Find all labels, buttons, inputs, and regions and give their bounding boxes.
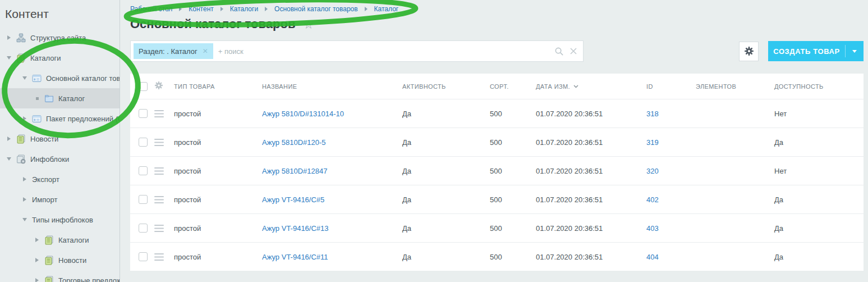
sidebar-item-main-catalog[interactable]: Основной каталог това xyxy=(0,68,120,88)
column-header-availability[interactable]: ДОСТУПНОСТЬ xyxy=(774,83,864,90)
cell-id-link[interactable]: 319 xyxy=(646,138,696,147)
columns-settings-button[interactable] xyxy=(154,81,174,92)
row-checkbox[interactable] xyxy=(139,109,148,118)
cell-name-link[interactable]: Ажур 5810/D#131014-10 xyxy=(262,110,402,118)
cell-name-link[interactable]: Ажур VT-9416/C#5 xyxy=(262,195,402,204)
sidebar-item-news[interactable]: Новости xyxy=(0,129,120,149)
sidebar-item-label: Каталоги xyxy=(58,236,89,244)
cell-id-link[interactable]: 402 xyxy=(646,195,696,204)
row-checkbox[interactable] xyxy=(139,166,148,175)
settings-button[interactable] xyxy=(739,42,759,61)
cell-name-link[interactable]: Ажур 5810D#120-5 xyxy=(262,138,402,147)
breadcrumb-link-desktop[interactable]: Рабочий стол xyxy=(130,5,172,13)
sidebar-item-catalogs[interactable]: Каталоги xyxy=(0,48,120,68)
column-header-name[interactable]: НАЗВАНИЕ xyxy=(262,83,402,90)
sidebar-item-type-offers[interactable]: Торговые предложе xyxy=(0,270,120,282)
filter-search-box[interactable]: Раздел: . Каталог ✕ xyxy=(130,40,584,62)
chevron-down-icon[interactable] xyxy=(6,56,12,60)
breadcrumb-separator-icon xyxy=(265,7,268,11)
breadcrumb-link-content[interactable]: Контент xyxy=(189,5,213,13)
sidebar-item-label: Новости xyxy=(58,256,86,265)
sidebar-item-label: Импорт xyxy=(32,195,57,204)
chevron-right-icon[interactable] xyxy=(21,116,28,121)
chevron-right-icon[interactable] xyxy=(21,197,28,202)
row-menu-icon[interactable] xyxy=(154,196,174,203)
cell-name-link[interactable]: Ажур 5810D#12847 xyxy=(262,167,402,175)
chevron-down-icon[interactable] xyxy=(6,157,12,161)
breadcrumb-link-main-catalog[interactable]: Основной каталог товаров xyxy=(274,5,358,13)
chevron-down-icon[interactable] xyxy=(21,76,28,80)
page-title: Основной каталог товаров xyxy=(130,17,295,31)
cell-sort: 500 xyxy=(490,167,536,175)
row-menu-icon[interactable] xyxy=(154,225,174,232)
infoblock-icon xyxy=(32,74,42,83)
select-all-checkbox[interactable] xyxy=(139,82,148,91)
sidebar-item-infoblock-types[interactable]: Типы инфоблоков xyxy=(0,210,120,230)
column-header-id[interactable]: ID xyxy=(646,83,696,90)
filter-chip-section[interactable]: Раздел: . Каталог ✕ xyxy=(134,43,213,59)
favorite-star-icon[interactable]: ☆ xyxy=(303,19,314,30)
cell-id-link[interactable]: 403 xyxy=(646,224,696,233)
chevron-right-icon[interactable] xyxy=(34,258,40,262)
row-menu-icon[interactable] xyxy=(154,167,174,175)
column-header-modified[interactable]: ДАТА ИЗМ. xyxy=(536,83,646,90)
sidebar-item-label: Торговые предложе xyxy=(58,276,120,282)
chevron-right-icon[interactable] xyxy=(6,137,12,141)
cell-id-link[interactable]: 320 xyxy=(646,167,696,175)
chevron-right-icon[interactable] xyxy=(6,35,12,40)
cell-name-link[interactable]: Ажур VT-9416/C#13 xyxy=(262,224,402,233)
cell-availability: Да xyxy=(774,138,864,147)
cell-modified: 01.07.2020 20:36:51 xyxy=(536,224,646,233)
sidebar-item-label: Основной каталог това xyxy=(46,74,120,83)
cell-id-link[interactable]: 318 xyxy=(646,110,696,118)
column-header-active[interactable]: АКТИВНОСТЬ xyxy=(402,83,490,90)
site-structure-icon xyxy=(16,33,26,43)
column-header-sort[interactable]: СОРТ. xyxy=(490,83,536,90)
sidebar-item-katalog-selected[interactable]: Каталог xyxy=(0,88,120,108)
breadcrumb-link-catalogs[interactable]: Каталоги xyxy=(230,5,258,13)
chevron-right-icon[interactable] xyxy=(34,238,40,242)
sidebar-item-label: Новости xyxy=(30,135,58,143)
table-row: простой Ажур VT-9416/C#5 Да 500 01.07.20… xyxy=(130,185,864,213)
chip-remove-icon[interactable]: ✕ xyxy=(203,47,208,55)
bitrix-admin-page: Контент Структура сайта Каталоги xyxy=(0,0,868,282)
search-input[interactable] xyxy=(218,47,554,56)
column-header-type[interactable]: ТИП ТОВАРА xyxy=(174,83,262,90)
row-menu-icon[interactable] xyxy=(154,139,174,146)
infoblock-icon xyxy=(32,114,42,124)
clear-filter-icon[interactable] xyxy=(570,47,577,55)
row-checkbox[interactable] xyxy=(139,138,148,147)
sidebar-item-site-structure[interactable]: Структура сайта xyxy=(0,28,120,48)
sidebar-item-type-catalogs[interactable]: Каталоги xyxy=(0,230,120,250)
create-product-label: СОЗДАТЬ ТОВАР xyxy=(768,47,845,56)
chevron-right-icon[interactable] xyxy=(21,177,28,181)
cell-sort: 500 xyxy=(490,195,536,204)
row-menu-icon[interactable] xyxy=(154,253,174,261)
cell-id-link[interactable]: 404 xyxy=(646,253,696,261)
cell-availability: Да xyxy=(774,253,864,261)
sidebar-item-type-news[interactable]: Новости xyxy=(0,250,120,270)
create-dropdown-toggle[interactable] xyxy=(846,50,864,53)
chevron-down-icon[interactable] xyxy=(21,218,28,221)
sidebar-item-import[interactable]: Импорт xyxy=(0,189,120,210)
row-checkbox[interactable] xyxy=(139,195,148,204)
column-header-elements[interactable]: ЭЛЕМЕНТОВ xyxy=(696,83,774,90)
row-menu-icon[interactable] xyxy=(154,110,174,117)
cell-type: простой xyxy=(174,167,262,175)
row-checkbox[interactable] xyxy=(139,252,148,261)
search-icon[interactable] xyxy=(554,47,564,56)
create-product-button[interactable]: СОЗДАТЬ ТОВАР xyxy=(768,41,864,61)
table-row: простой Ажур 5810D#120-5 Да 500 01.07.20… xyxy=(130,128,864,156)
breadcrumb-link-katalog[interactable]: Каталог xyxy=(374,5,399,13)
sidebar-item-offers-package[interactable]: Пакет предложений (О xyxy=(0,108,120,129)
offers-icon xyxy=(44,276,54,282)
cell-modified: 01.07.2020 20:36:51 xyxy=(536,138,646,147)
chevron-right-icon[interactable] xyxy=(34,278,40,282)
row-checkbox[interactable] xyxy=(139,224,148,233)
sidebar-item-export[interactable]: Экспорт xyxy=(0,169,120,189)
cell-active: Да xyxy=(402,167,490,175)
cell-name-link[interactable]: Ажур VT-9416/C#11 xyxy=(262,253,402,261)
breadcrumb-separator-icon xyxy=(365,7,368,11)
cell-sort: 500 xyxy=(490,138,536,147)
sidebar-item-infoblocks[interactable]: Инфоблоки xyxy=(0,149,120,169)
